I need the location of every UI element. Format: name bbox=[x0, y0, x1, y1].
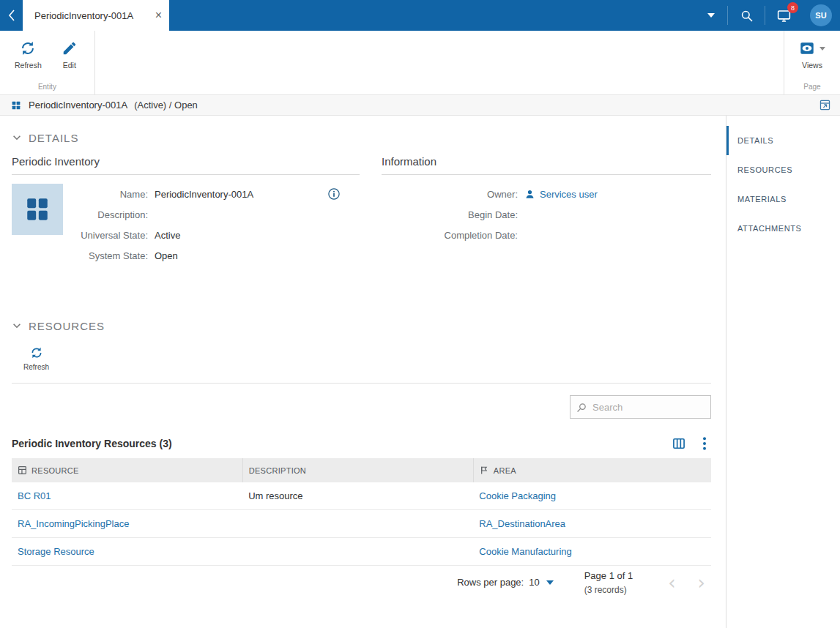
views-caret-icon bbox=[819, 47, 825, 51]
description-cell bbox=[242, 510, 473, 538]
topbar-spacer bbox=[169, 0, 695, 31]
panel-title: Periodic Inventory bbox=[12, 155, 360, 175]
chevron-down-icon bbox=[546, 580, 554, 585]
resource-link[interactable]: Storage Resource bbox=[18, 546, 94, 557]
entity-group: Refresh Edit Entity bbox=[0, 31, 95, 94]
area-link[interactable]: RA_DestinationArea bbox=[479, 518, 565, 529]
table-row: RA_IncomingPickingPlace RA_DestinationAr… bbox=[12, 510, 711, 538]
notification-badge: 8 bbox=[787, 2, 798, 13]
person-icon bbox=[524, 189, 535, 200]
breadcrumb: PeriodicInventory-001A (Active) / Open bbox=[0, 94, 840, 116]
materials-section-header[interactable]: MATERIALS bbox=[12, 624, 97, 628]
column-header-resource[interactable]: RESOURCE bbox=[12, 458, 242, 482]
page-group-label: Page bbox=[792, 80, 833, 92]
page-label: Page 1 of 1 bbox=[584, 569, 633, 583]
back-chevron-icon bbox=[8, 10, 15, 21]
topbar-dropdown-button[interactable] bbox=[695, 0, 727, 31]
refresh-button[interactable]: Refresh bbox=[7, 36, 49, 74]
content-scroll-area: DETAILS Periodic Inventory Name: Periodi… bbox=[0, 116, 726, 628]
periodic-inventory-panel: Periodic Inventory Name: PeriodicInvento… bbox=[12, 155, 360, 266]
views-button[interactable]: Views bbox=[792, 36, 833, 74]
ribbon-spacer bbox=[95, 31, 784, 94]
resources-toolbar: Refresh bbox=[12, 339, 711, 384]
entity-tab[interactable]: PeriodicInventory-001A × bbox=[23, 0, 169, 31]
rows-per-page-dropdown[interactable]: Rows per page: 10 bbox=[457, 577, 554, 588]
area-column-icon bbox=[480, 466, 489, 475]
sidebar-item-materials[interactable]: MATERIALS bbox=[726, 184, 840, 214]
views-eye-icon bbox=[799, 40, 815, 56]
tab-title: PeriodicInventory-001A bbox=[34, 10, 149, 21]
edit-label: Edit bbox=[63, 61, 76, 70]
edit-pencil-icon bbox=[62, 40, 78, 56]
area-cell: Cookie Packaging bbox=[473, 482, 711, 510]
rows-per-page-value: 10 bbox=[529, 577, 539, 588]
details-section-title: DETAILS bbox=[29, 132, 78, 144]
details-section-header[interactable]: DETAILS bbox=[12, 129, 78, 146]
resource-cell: RA_IncomingPickingPlace bbox=[12, 510, 242, 538]
field-begin-date: Begin Date: bbox=[382, 204, 711, 225]
table-title: Periodic Inventory Resources (3) bbox=[12, 438, 172, 449]
back-button[interactable] bbox=[0, 0, 23, 31]
entity-blocks-icon bbox=[10, 100, 22, 111]
page-section-nav: DETAILS RESOURCES MATERIALS ATTACHMENTS bbox=[726, 116, 840, 628]
area-link[interactable]: Cookie Packaging bbox=[479, 490, 556, 501]
entity-group-label: Entity bbox=[7, 80, 87, 92]
search-input[interactable] bbox=[592, 402, 705, 413]
global-search-button[interactable] bbox=[728, 0, 765, 31]
resources-table: RESOURCE DESCRIPTION AREA bbox=[12, 458, 711, 566]
topbar: PeriodicInventory-001A × 8 SU bbox=[0, 0, 840, 31]
sidebar-item-details[interactable]: DETAILS bbox=[726, 126, 840, 155]
chevron-down-icon bbox=[12, 321, 22, 331]
area-cell: RA_DestinationArea bbox=[473, 510, 711, 538]
resources-section: RESOURCES Refresh Pe bbox=[12, 317, 711, 597]
field-completion-date: Completion Date: bbox=[382, 225, 711, 245]
field-system-state: System State: Open bbox=[66, 245, 360, 266]
tab-close-icon[interactable]: × bbox=[155, 10, 162, 21]
field-universal-state: Universal State: Active bbox=[66, 225, 360, 245]
resource-link[interactable]: BC R01 bbox=[18, 490, 51, 501]
resource-link[interactable]: RA_IncomingPickingPlace bbox=[18, 518, 129, 529]
breadcrumb-state: (Active) / Open bbox=[134, 100, 198, 111]
details-section: DETAILS Periodic Inventory Name: Periodi… bbox=[12, 129, 711, 266]
resources-section-title: RESOURCES bbox=[29, 320, 105, 332]
edit-button[interactable]: Edit bbox=[52, 36, 87, 74]
kebab-menu-icon[interactable] bbox=[702, 436, 707, 451]
field-description: Description: bbox=[66, 204, 360, 225]
column-header-area[interactable]: AREA bbox=[473, 458, 711, 482]
resource-cell: BC R01 bbox=[12, 482, 242, 510]
info-icon[interactable] bbox=[327, 187, 341, 201]
column-settings-icon[interactable] bbox=[672, 436, 686, 451]
open-in-dialog-icon[interactable] bbox=[819, 99, 831, 111]
pagination: Rows per page: 10 Page 1 of 1 (3 records… bbox=[12, 569, 711, 597]
search-icon bbox=[740, 9, 754, 23]
page-info: Page 1 of 1 (3 records) bbox=[584, 569, 633, 597]
resource-cell: Storage Resource bbox=[12, 538, 242, 566]
resources-refresh-button[interactable]: Refresh bbox=[13, 340, 59, 377]
records-label: (3 records) bbox=[584, 583, 633, 597]
sidebar-item-attachments[interactable]: ATTACHMENTS bbox=[726, 214, 840, 243]
table-row: BC R01 Um resource Cookie Packaging bbox=[12, 482, 711, 510]
information-panel: Information Owner: Services user bbox=[382, 155, 711, 266]
area-link[interactable]: Cookie Manufacturing bbox=[479, 546, 571, 557]
field-owner: Owner: Services user bbox=[382, 184, 711, 204]
sidebar-item-resources[interactable]: RESOURCES bbox=[726, 155, 840, 184]
previous-page-icon[interactable]: ‹ bbox=[668, 573, 675, 592]
refresh-icon bbox=[30, 346, 43, 359]
search-icon bbox=[576, 402, 587, 413]
notifications-button[interactable]: 8 bbox=[765, 0, 802, 31]
column-header-description[interactable]: DESCRIPTION bbox=[242, 458, 473, 482]
avatar[interactable]: SU bbox=[810, 4, 832, 26]
chevron-down-icon bbox=[707, 13, 715, 18]
views-label: Views bbox=[802, 61, 822, 70]
resources-section-header[interactable]: RESOURCES bbox=[12, 317, 105, 334]
breadcrumb-title: PeriodicInventory-001A bbox=[29, 100, 127, 111]
table-row: Storage Resource Cookie Manufacturing bbox=[12, 538, 711, 566]
owner-link[interactable]: Services user bbox=[540, 189, 598, 200]
page-group: Views Page bbox=[784, 31, 840, 94]
area-cell: Cookie Manufacturing bbox=[473, 538, 711, 566]
table-header-row: RESOURCE DESCRIPTION AREA bbox=[12, 458, 711, 482]
entity-image-tile bbox=[12, 184, 63, 235]
field-name: Name: PeriodicInventory-001A bbox=[66, 184, 360, 204]
resource-column-icon bbox=[18, 466, 27, 475]
next-page-icon[interactable]: › bbox=[698, 573, 705, 592]
